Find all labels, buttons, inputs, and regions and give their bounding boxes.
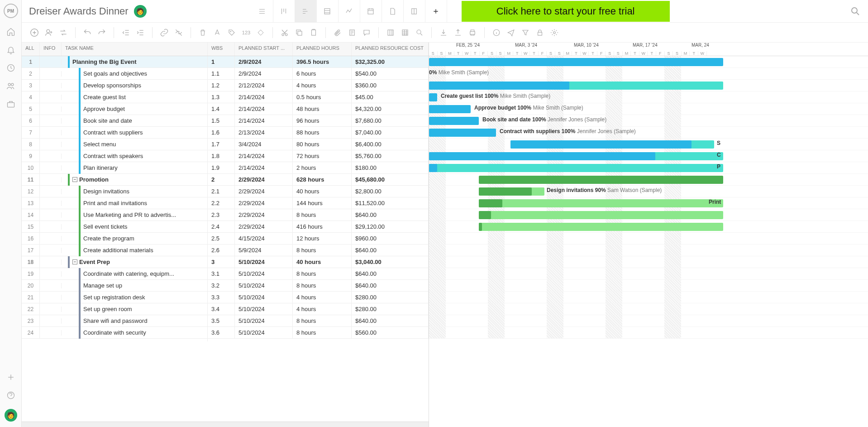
cost-cell[interactable]: $5,760.00 [352, 150, 429, 162]
gantt-bar[interactable] [429, 164, 437, 172]
hours-cell[interactable]: 48 hours [293, 103, 352, 115]
hours-cell[interactable]: 4 hours [293, 303, 352, 315]
wbs-cell[interactable]: 3 [208, 256, 235, 268]
wbs-cell[interactable]: 3.6 [208, 326, 235, 339]
wbs-cell[interactable]: 2.2 [208, 197, 235, 209]
cut-icon[interactable] [279, 27, 290, 38]
gantt-row[interactable] [429, 221, 868, 233]
start-cell[interactable]: 2/29/2024 [235, 185, 293, 197]
hours-cell[interactable]: 8 hours [293, 209, 352, 221]
gantt-bar-trail[interactable] [479, 199, 723, 207]
hours-cell[interactable]: 2 hours [293, 162, 352, 174]
gantt-bar[interactable] [429, 129, 496, 137]
start-cell[interactable]: 2/29/2024 [235, 197, 293, 209]
cost-cell[interactable]: $32,325.00 [352, 56, 429, 68]
gantt-bar[interactable] [479, 176, 723, 184]
start-cell[interactable]: 5/10/2024 [235, 326, 293, 339]
start-cell[interactable]: 2/9/2024 [235, 67, 293, 80]
start-cell[interactable]: 2/29/2024 [235, 209, 293, 221]
cta-button[interactable]: Click here to start your free trial [462, 1, 670, 22]
col-wbs[interactable]: WBS [208, 43, 235, 56]
col-cost[interactable]: PLANNED RESOURCE COST [352, 43, 429, 56]
tab-sheet[interactable] [317, 0, 339, 23]
start-cell[interactable]: 4/15/2024 [235, 232, 293, 245]
wbs-cell[interactable]: 1.5 [208, 115, 235, 127]
cost-cell[interactable]: $640.00 [352, 315, 429, 327]
gantt-row[interactable] [429, 256, 868, 268]
start-cell[interactable]: 5/9/2024 [235, 244, 293, 256]
comment-icon[interactable] [361, 27, 372, 38]
cost-cell[interactable]: $7,040.00 [352, 126, 429, 139]
hours-cell[interactable]: 12 hours [293, 232, 352, 245]
cost-cell[interactable]: $4,320.00 [352, 103, 429, 115]
hours-cell[interactable]: 72 hours [293, 150, 352, 162]
hours-cell[interactable]: 8 hours [293, 268, 352, 280]
gantt-bar[interactable] [429, 117, 479, 125]
hours-cell[interactable]: 8 hours [293, 326, 352, 339]
start-cell[interactable]: 2/12/2024 [235, 79, 293, 91]
hours-cell[interactable]: 0.5 hours [293, 91, 352, 103]
gantt-bar-trail[interactable] [479, 223, 723, 231]
tab-gantt[interactable] [295, 0, 317, 23]
text-color-icon[interactable] [212, 27, 223, 38]
gantt-row[interactable]: Book site and date 100% Jennifer Jones (… [429, 115, 868, 127]
wbs-cell[interactable]: 1.7 [208, 138, 235, 150]
gantt-row[interactable] [429, 245, 868, 256]
wbs-cell[interactable]: 2.3 [208, 209, 235, 221]
gantt-row[interactable] [429, 56, 868, 68]
wbs-cell[interactable]: 1.4 [208, 103, 235, 115]
tab-file[interactable] [382, 0, 404, 23]
gantt-bar-trail[interactable] [479, 211, 723, 219]
gantt-bar[interactable] [479, 187, 532, 196]
start-cell[interactable]: 2/29/2024 [235, 221, 293, 233]
wbs-cell[interactable]: 3.3 [208, 291, 235, 303]
add-person-icon[interactable] [43, 27, 54, 38]
gantt-bar[interactable] [510, 140, 692, 149]
hours-cell[interactable]: 4 hours [293, 291, 352, 303]
hours-cell[interactable]: 80 hours [293, 138, 352, 150]
hours-cell[interactable]: 4 hours [293, 79, 352, 91]
start-cell[interactable]: 2/13/2024 [235, 126, 293, 139]
cost-cell[interactable]: $640.00 [352, 244, 429, 256]
copy-icon[interactable] [294, 27, 305, 38]
gantt-row[interactable]: 0% Mike Smith (Sample) [429, 68, 868, 80]
redo-icon[interactable] [96, 27, 107, 38]
cost-cell[interactable]: $45,680.00 [352, 173, 429, 186]
collapse-icon[interactable]: − [72, 259, 77, 264]
milestone-icon[interactable] [255, 27, 266, 38]
wbs-cell[interactable]: 2.5 [208, 232, 235, 245]
wbs-cell[interactable]: 3.2 [208, 279, 235, 292]
gantt-bar[interactable] [429, 105, 471, 113]
columns-icon[interactable] [385, 27, 396, 38]
wbs-cell[interactable]: 3.5 [208, 315, 235, 327]
people-icon[interactable] [6, 82, 15, 91]
cost-cell[interactable]: $3,040.00 [352, 256, 429, 268]
cost-cell[interactable]: $2,800.00 [352, 185, 429, 197]
app-logo[interactable]: PM [4, 4, 18, 18]
gantt-bar[interactable] [479, 211, 491, 219]
cost-cell[interactable]: $640.00 [352, 268, 429, 280]
gantt-bar[interactable] [479, 199, 502, 207]
gantt-row[interactable] [429, 233, 868, 245]
tab-workload[interactable] [339, 0, 360, 23]
task-name-cell[interactable]: Coordinate with security [62, 324, 208, 341]
start-cell[interactable]: 5/10/2024 [235, 268, 293, 280]
add-task-icon[interactable] [29, 27, 40, 38]
link-icon[interactable] [159, 27, 170, 38]
info-icon[interactable] [491, 27, 502, 38]
gantt-row[interactable] [429, 315, 868, 327]
horizontal-scrollbar[interactable] [22, 422, 429, 427]
send-icon[interactable] [506, 27, 516, 38]
gantt-bar[interactable] [429, 152, 655, 160]
tab-board[interactable] [273, 0, 295, 23]
hours-cell[interactable]: 96 hours [293, 115, 352, 127]
swap-icon[interactable] [58, 27, 69, 38]
wbs-cell[interactable]: 3.1 [208, 268, 235, 280]
clock-icon[interactable] [6, 63, 15, 72]
hours-cell[interactable]: 8 hours [293, 244, 352, 256]
gantt-row[interactable]: P [429, 162, 868, 174]
hours-cell[interactable]: 8 hours [293, 279, 352, 292]
start-cell[interactable]: 2/14/2024 [235, 162, 293, 174]
cost-cell[interactable]: $540.00 [352, 67, 429, 80]
table-row[interactable]: 24Coordinate with security3.65/10/20248 … [22, 327, 429, 339]
